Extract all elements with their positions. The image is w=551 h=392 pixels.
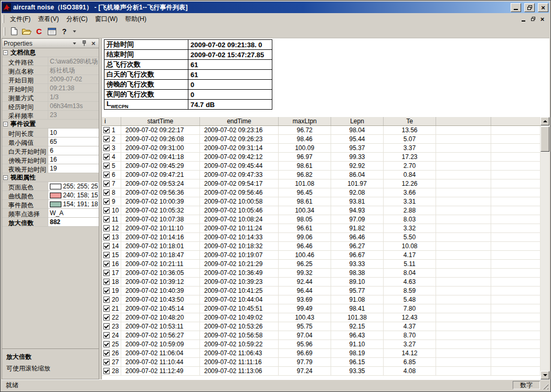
row-checkbox[interactable] — [103, 368, 110, 374]
property-row[interactable]: 采样频率23 — [2, 111, 99, 120]
row-checkbox[interactable] — [103, 270, 110, 276]
property-row[interactable]: 频率点选择W_A — [2, 209, 99, 218]
row-checkbox[interactable] — [103, 189, 110, 196]
row-checkbox[interactable] — [103, 305, 110, 312]
menu-item-3[interactable]: 窗口(W) — [91, 13, 121, 25]
table-row[interactable]: 272009-07-02 11:10:442009-07-02 11:11:16… — [102, 358, 541, 367]
column-header-Lepn[interactable]: Lepn — [331, 117, 384, 125]
table-row[interactable]: 22009-07-02 09:26:082009-07-02 09:26:239… — [102, 135, 541, 144]
table-row[interactable]: 62009-07-02 09:47:212009-07-02 09:47:339… — [102, 171, 541, 179]
column-header-endTime[interactable]: endTime — [200, 117, 279, 125]
column-header-Te[interactable]: Te — [384, 117, 436, 125]
table-row[interactable]: 192009-07-02 10:40:392009-07-02 10:41:25… — [102, 287, 541, 295]
table-row[interactable]: 102009-07-02 10:05:322009-07-02 10:05:46… — [102, 206, 541, 215]
table-row[interactable]: 92009-07-02 10:00:392009-07-02 10:00:589… — [102, 197, 541, 206]
row-checkbox[interactable] — [103, 252, 110, 258]
property-row[interactable]: 曲线颜色240; 158; 15 — [2, 191, 99, 200]
table-row[interactable]: 132009-07-02 10:14:162009-07-02 10:14:33… — [102, 233, 541, 242]
property-row[interactable]: 页面底色255; 255; 25 — [2, 182, 99, 191]
row-checkbox[interactable] — [103, 163, 110, 169]
row-checkbox[interactable] — [103, 314, 110, 321]
menu-item-2[interactable]: 分析(C) — [62, 13, 91, 25]
row-checkbox[interactable] — [103, 181, 110, 187]
property-row[interactable]: 测量方式1/3 — [2, 93, 99, 102]
table-row[interactable]: 262009-07-02 11:06:042009-07-02 11:06:43… — [102, 349, 541, 358]
property-row[interactable]: 最小阈值65 — [2, 137, 99, 146]
property-row[interactable]: 事件颜色154; 191; 18 — [2, 200, 99, 209]
row-checkbox[interactable] — [103, 154, 110, 160]
table-row[interactable]: 82009-07-02 09:56:362009-07-02 09:56:469… — [102, 188, 541, 197]
table-row[interactable]: 202009-07-02 10:43:502009-07-02 10:44:04… — [102, 295, 541, 304]
table-row[interactable]: 12009-07-02 09:22:172009-07-02 09:23:169… — [102, 126, 541, 135]
mdi-close-button[interactable]: × — [538, 16, 546, 23]
table-row[interactable]: 172009-07-02 10:36:052009-07-02 10:36:49… — [102, 269, 541, 278]
table-row[interactable]: 122009-07-02 10:11:102009-07-02 10:11:24… — [102, 224, 541, 233]
property-section-header[interactable]: −文档信息 — [2, 48, 99, 57]
table-row[interactable]: 162009-07-02 10:21:112009-07-02 10:21:29… — [102, 260, 541, 269]
record-button[interactable]: C — [33, 26, 45, 37]
minimize-button[interactable] — [511, 3, 521, 12]
row-checkbox[interactable] — [103, 359, 110, 365]
property-row[interactable]: 文件路径C:\awa6298\机场 — [2, 57, 99, 66]
row-checkbox[interactable] — [103, 332, 110, 338]
row-checkbox[interactable] — [103, 172, 110, 178]
row-checkbox[interactable] — [103, 323, 110, 330]
color-swatch[interactable] — [50, 184, 61, 189]
row-checkbox[interactable] — [103, 243, 110, 249]
property-row[interactable]: 白天开始时间6 — [2, 146, 99, 155]
row-checkbox[interactable] — [103, 207, 110, 214]
table-row[interactable]: 52009-07-02 09:45:292009-07-02 09:45:449… — [102, 162, 541, 171]
menu-item-1[interactable]: 查看(V) — [34, 13, 62, 25]
table-row[interactable]: 212009-07-02 10:45:142009-07-02 10:45:51… — [102, 304, 541, 313]
mdi-minimize-button[interactable] — [520, 16, 527, 23]
column-header-maxLtpn[interactable]: maxLtpn — [279, 117, 331, 125]
row-checkbox[interactable] — [103, 341, 110, 347]
row-checkbox[interactable] — [103, 288, 110, 294]
row-checkbox[interactable] — [103, 261, 110, 267]
table-row[interactable]: 282009-07-02 11:12:492009-07-02 11:13:06… — [102, 367, 541, 376]
panel-menu-button[interactable] — [71, 40, 78, 47]
menubar-grip[interactable] — [3, 15, 4, 23]
toolbar-options-button[interactable] — [71, 26, 78, 37]
property-row[interactable]: 时间长度10 — [2, 129, 99, 137]
toolbar-grip[interactable] — [4, 27, 5, 36]
column-header-blank[interactable] — [436, 117, 491, 125]
table-row[interactable]: 32009-07-02 09:31:002009-07-02 09:31:141… — [102, 144, 541, 153]
row-checkbox[interactable] — [103, 198, 110, 205]
table-row[interactable]: 142009-07-02 10:18:012009-07-02 10:18:32… — [102, 242, 541, 251]
property-row[interactable]: 放大倍数882 — [2, 218, 99, 227]
panel-pin-button[interactable] — [80, 40, 88, 47]
menu-item-4[interactable]: 帮助(H) — [121, 13, 150, 25]
property-section-header[interactable]: −视图属性 — [2, 173, 99, 182]
property-row[interactable]: 测点名称栎社机场 — [2, 66, 99, 75]
table-row[interactable]: 42009-07-02 09:41:182009-07-02 09:42:129… — [102, 153, 541, 162]
table-row[interactable]: 232009-07-02 10:53:112009-07-02 10:53:26… — [102, 322, 541, 331]
collapse-icon[interactable]: − — [3, 122, 8, 126]
property-row[interactable]: 开始日期2009-07-02 — [2, 75, 99, 84]
property-row[interactable]: 开始时间09:21:38 — [2, 84, 99, 93]
vertical-scrollbar[interactable] — [541, 117, 549, 379]
table-row[interactable]: 152009-07-02 10:18:472009-07-02 10:19:07… — [102, 251, 541, 260]
column-header-i[interactable]: i — [102, 117, 121, 125]
scroll-thumb[interactable] — [541, 126, 549, 152]
mdi-restore-button[interactable] — [529, 16, 537, 23]
properties-button[interactable] — [46, 26, 58, 37]
new-document-button[interactable] — [8, 26, 20, 37]
collapse-icon[interactable]: − — [3, 175, 8, 180]
collapse-icon[interactable]: − — [3, 50, 8, 55]
close-button[interactable]: × — [538, 3, 548, 12]
table-row[interactable]: 72009-07-02 09:53:242009-07-02 09:54:171… — [102, 179, 541, 188]
color-swatch[interactable] — [50, 193, 61, 198]
table-row[interactable]: 242009-07-02 10:56:272009-07-02 10:56:58… — [102, 331, 541, 340]
property-section-header[interactable]: −事件设置 — [2, 120, 99, 129]
row-checkbox[interactable] — [103, 136, 110, 142]
open-folder-button[interactable] — [20, 26, 33, 37]
row-checkbox[interactable] — [103, 279, 110, 285]
row-checkbox[interactable] — [103, 145, 110, 151]
row-checkbox[interactable] — [103, 296, 110, 303]
table-row[interactable]: 252009-07-02 10:59:092009-07-02 10:59:22… — [102, 340, 541, 349]
table-row[interactable]: 182009-07-02 10:39:122009-07-02 10:39:23… — [102, 278, 541, 287]
row-checkbox[interactable] — [103, 350, 110, 356]
column-header-startTime[interactable]: startTime — [121, 117, 200, 125]
scroll-up-button[interactable] — [541, 117, 549, 125]
